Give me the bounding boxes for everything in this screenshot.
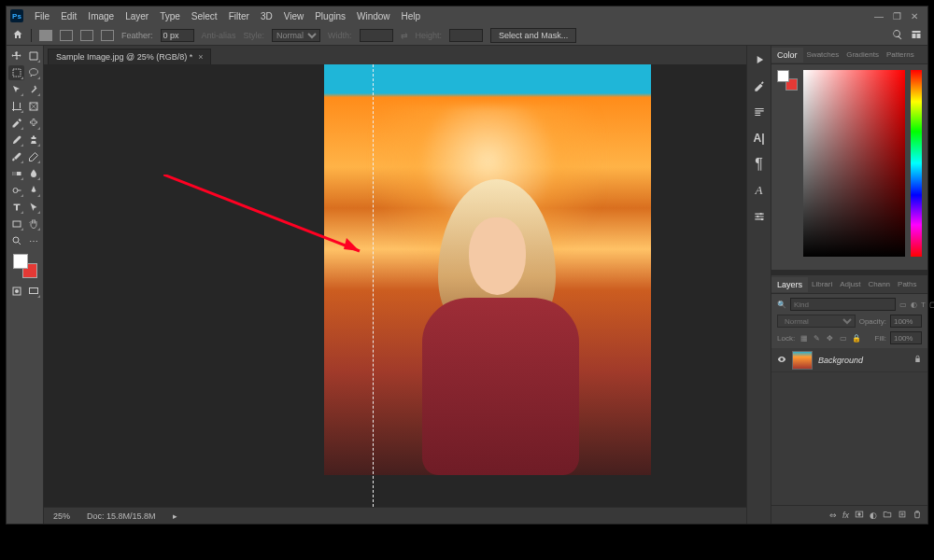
layer-group-icon[interactable] [883,510,892,521]
frame-tool[interactable] [25,99,41,114]
tab-adjust[interactable]: Adjust [836,277,864,291]
window-minimize-button[interactable]: — [874,11,884,21]
menu-image[interactable]: Image [82,8,120,24]
menu-plugins[interactable]: Plugins [309,8,351,24]
close-tab-button[interactable]: × [198,52,203,62]
zoom-tool[interactable] [8,233,24,248]
search-icon[interactable] [892,29,903,42]
edit-toolbar-button[interactable]: ⋯ [25,233,41,248]
lock-transparency-icon[interactable]: ▦ [799,334,809,343]
menu-type[interactable]: Type [154,8,186,24]
tab-paths[interactable]: Paths [894,277,920,291]
crop-tool[interactable] [8,99,24,114]
menu-view[interactable]: View [278,8,310,24]
marquee-tool[interactable] [8,65,24,80]
hand-tool[interactable] [25,217,41,231]
gradient-tool[interactable] [8,166,24,181]
eyedropper-tool[interactable] [8,116,24,131]
path-select-tool[interactable] [25,200,41,215]
new-layer-icon[interactable] [898,510,907,521]
layer-name[interactable]: Background [818,356,908,365]
menu-filter[interactable]: Filter [223,8,255,24]
character-panel-icon[interactable]: A| [751,130,768,147]
tab-gradients[interactable]: Gradients [842,48,883,62]
lock-artboard-icon[interactable]: ▭ [838,334,848,343]
layer-row[interactable]: Background [771,348,927,372]
menu-edit[interactable]: Edit [55,8,82,24]
document-tab[interactable]: Sample Image.jpg @ 25% (RGB/8) * × [48,49,211,64]
layer-mask-icon[interactable] [855,510,864,521]
tab-layers[interactable]: Layers [771,277,808,292]
color-swatches[interactable] [13,254,37,278]
filter-type-icon[interactable]: T [921,301,926,309]
select-and-mask-button[interactable]: Select and Mask... [490,28,576,43]
delete-layer-icon[interactable] [913,510,922,521]
fill-input[interactable] [890,331,922,344]
tab-libraries[interactable]: Librari [808,277,836,291]
link-layers-icon[interactable]: ⇔ [829,511,837,520]
color-field-picker[interactable] [803,70,905,257]
menu-layer[interactable]: Layer [120,8,154,24]
layer-visibility-toggle[interactable] [777,355,786,366]
pen-tool[interactable] [25,183,41,198]
workspace-switcher-icon[interactable] [911,29,922,42]
type-tool[interactable] [8,200,24,215]
magic-wand-tool[interactable] [25,82,41,97]
layer-kind-filter[interactable] [790,298,896,311]
menu-file[interactable]: File [29,8,55,24]
layer-thumbnail[interactable] [792,351,813,370]
lock-position-icon[interactable]: ✥ [825,334,835,343]
home-icon[interactable] [12,29,23,42]
zoom-level[interactable]: 25% [53,511,70,521]
screen-mode-toggle[interactable] [25,284,41,299]
layer-lock-icon[interactable] [913,355,922,365]
history-panel-icon[interactable] [751,104,768,120]
paragraph-panel-icon[interactable]: ¶ [751,156,768,173]
spot-heal-tool[interactable] [25,116,41,131]
tab-color[interactable]: Color [771,48,803,63]
history-brush-tool[interactable] [8,149,24,164]
blur-tool[interactable] [25,166,41,181]
hue-slider[interactable] [911,70,922,257]
color-panel-swatches[interactable] [777,70,798,91]
brush-tool[interactable] [8,133,24,147]
glyphs-panel-icon[interactable]: A [751,182,768,199]
selection-marquee[interactable] [373,64,374,507]
opacity-input[interactable] [890,315,922,328]
quick-mask-toggle[interactable] [8,284,24,299]
window-close-button[interactable]: ✕ [911,11,918,21]
canvas-viewport[interactable] [44,64,746,507]
artboard-tool[interactable] [25,49,41,63]
menu-select[interactable]: Select [186,8,223,24]
menu-help[interactable]: Help [396,8,427,24]
clone-stamp-tool[interactable] [25,133,41,147]
foreground-color-swatch[interactable] [13,254,28,269]
layer-style-icon[interactable]: fx [842,511,849,520]
menu-3d[interactable]: 3D [255,8,278,24]
filter-shape-icon[interactable]: ▢ [929,301,934,309]
move-tool[interactable] [8,49,24,63]
fg-mini-swatch[interactable] [777,70,789,82]
lock-pixels-icon[interactable]: ✎ [812,334,822,343]
blend-mode-select[interactable]: Normal [777,315,856,328]
feather-input[interactable] [161,29,194,42]
tab-swatches[interactable]: Swatches [803,48,843,62]
window-maximize-button[interactable]: ❐ [893,11,901,21]
lasso-tool[interactable] [25,65,41,80]
actions-panel-icon[interactable] [751,51,768,68]
brushes-panel-icon[interactable] [751,77,768,94]
add-to-selection-icon[interactable] [60,30,73,41]
tab-channels[interactable]: Chann [864,277,894,291]
tab-patterns[interactable]: Patterns [883,48,918,62]
object-select-tool[interactable] [8,82,24,97]
menu-window[interactable]: Window [351,8,396,24]
eraser-tool[interactable] [25,149,41,164]
rectangle-tool[interactable] [8,217,24,231]
intersect-selection-icon[interactable] [101,30,114,41]
lock-all-icon[interactable]: 🔒 [851,334,861,343]
new-selection-icon[interactable] [39,30,52,41]
adjustment-layer-icon[interactable]: ◐ [870,511,877,520]
filter-pixel-icon[interactable]: ▭ [899,301,907,309]
style-select[interactable]: Normal [272,29,320,42]
adjustments-panel-icon[interactable] [751,208,768,225]
